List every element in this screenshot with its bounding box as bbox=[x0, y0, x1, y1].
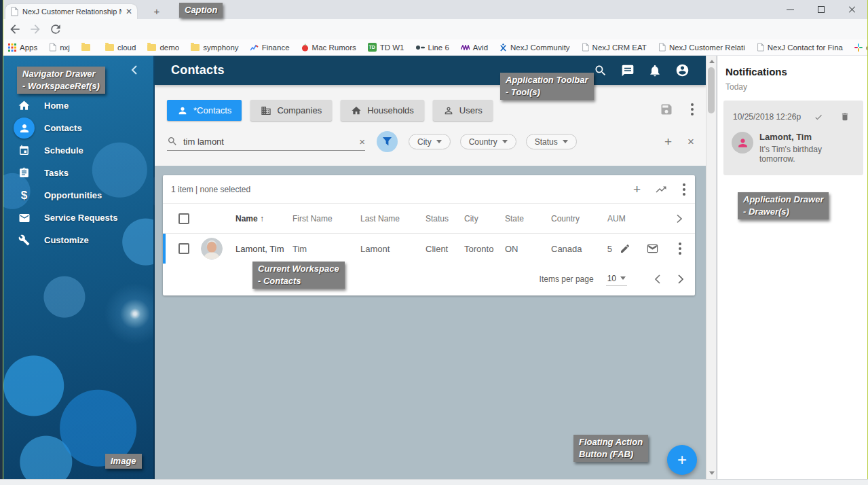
browser-tab[interactable]: NexJ Customer Relationship Man ✕ bbox=[5, 4, 137, 19]
notification-contact-name[interactable]: Lamont, Tim bbox=[759, 132, 856, 142]
notifications-bell-icon[interactable] bbox=[648, 64, 662, 77]
mark-read-check-icon[interactable] bbox=[813, 113, 824, 122]
workspace-overflow-icon[interactable] bbox=[690, 102, 695, 117]
add-filter-icon[interactable]: + bbox=[664, 135, 672, 148]
annotation-fab: Floating Action Button (FAB) bbox=[573, 435, 648, 462]
bookmark-nexj-community[interactable]: NexJ Community bbox=[499, 43, 570, 52]
column-status[interactable]: Status bbox=[426, 214, 449, 223]
row-overflow-icon[interactable] bbox=[677, 241, 683, 256]
bookmark-finance[interactable]: Finance bbox=[250, 43, 290, 52]
bookmark-nexj-customer[interactable]: NexJ Customer Relati bbox=[658, 43, 745, 52]
bookmark-folder-1[interactable] bbox=[81, 44, 94, 51]
select-all-checkbox[interactable] bbox=[178, 213, 189, 224]
column-state[interactable]: State bbox=[505, 214, 524, 223]
nav-item-schedule[interactable]: Schedule bbox=[0, 139, 153, 162]
search-field[interactable]: × bbox=[167, 132, 365, 151]
bookmark-nexj-contact[interactable]: NexJ Contact for Fina bbox=[757, 43, 843, 52]
page-icon bbox=[49, 43, 56, 52]
more-columns-chevron-icon[interactable] bbox=[677, 214, 682, 223]
search-icon bbox=[167, 136, 178, 147]
user-outline-icon bbox=[443, 105, 454, 116]
page-icon bbox=[757, 43, 764, 52]
page-size-select[interactable]: 10 bbox=[606, 272, 627, 286]
notification-body: Lamont, Tim It's Tim's birthday tomorrow… bbox=[723, 122, 863, 164]
column-last-name[interactable]: Last Name bbox=[360, 214, 400, 223]
bookmark-line6[interactable]: Line 6 bbox=[416, 43, 449, 52]
minimize-button[interactable] bbox=[774, 0, 806, 19]
bookmark-mac-rumors[interactable]: Mac Rumors bbox=[301, 43, 356, 52]
finance-icon bbox=[250, 43, 259, 52]
search-icon[interactable] bbox=[594, 64, 607, 77]
previous-page-icon[interactable] bbox=[654, 274, 660, 284]
tab-contacts[interactable]: *Contacts bbox=[167, 100, 242, 121]
collapse-drawer-icon[interactable] bbox=[131, 65, 137, 75]
account-icon[interactable] bbox=[675, 63, 690, 77]
sort-asc-icon: ↑ bbox=[260, 214, 264, 223]
email-icon[interactable] bbox=[647, 243, 658, 255]
remove-filter-icon[interactable]: × bbox=[687, 136, 694, 147]
column-city[interactable]: City bbox=[464, 214, 478, 223]
nav-item-tasks[interactable]: Tasks bbox=[0, 162, 153, 184]
company-icon bbox=[261, 105, 271, 116]
add-contact-icon[interactable]: + bbox=[633, 183, 641, 196]
chevron-down-icon bbox=[502, 140, 508, 143]
column-first-name[interactable]: First Name bbox=[293, 214, 333, 223]
bookmark-avid[interactable]: Avid bbox=[461, 43, 488, 52]
bookmark-nxj[interactable]: nxj bbox=[49, 43, 70, 52]
scroll-up-arrow[interactable] bbox=[709, 60, 715, 63]
close-button[interactable] bbox=[837, 0, 868, 19]
new-tab-button[interactable]: + bbox=[148, 5, 166, 17]
home-icon bbox=[351, 105, 362, 116]
bookmark-td[interactable]: TD TD W1 bbox=[368, 43, 404, 52]
bookmark-symphony[interactable]: symphony bbox=[191, 43, 238, 52]
column-country[interactable]: Country bbox=[551, 214, 580, 223]
nav-item-opportunities[interactable]: Opportunities bbox=[0, 184, 153, 206]
chat-icon[interactable] bbox=[621, 64, 635, 77]
grid-overflow-icon[interactable] bbox=[681, 182, 687, 197]
bookmark-slack[interactable]: edshaw | NexJ Slack bbox=[854, 43, 868, 52]
tab-close-icon[interactable]: ✕ bbox=[126, 7, 132, 16]
chip-country[interactable]: Country bbox=[460, 134, 516, 149]
bookmark-cloud[interactable]: cloud bbox=[105, 43, 136, 52]
filter-funnel-button[interactable] bbox=[377, 131, 398, 152]
scroll-down-arrow[interactable] bbox=[709, 471, 715, 475]
folder-icon bbox=[147, 44, 156, 51]
nav-item-home[interactable]: Home bbox=[0, 94, 153, 117]
notification-header: 10/25/2018 12:26p bbox=[723, 101, 863, 122]
edit-pencil-icon[interactable] bbox=[620, 243, 630, 254]
column-aum[interactable]: AUM bbox=[607, 214, 626, 223]
delete-trash-icon[interactable] bbox=[840, 111, 850, 122]
refresh-icon[interactable] bbox=[49, 22, 62, 36]
save-icon[interactable] bbox=[660, 103, 673, 116]
forward-icon[interactable] bbox=[29, 22, 42, 36]
person-icon bbox=[14, 118, 35, 139]
column-name[interactable]: Name ↑ bbox=[235, 214, 264, 223]
nav-item-contacts[interactable]: Contacts bbox=[0, 117, 153, 139]
chip-status[interactable]: Status bbox=[526, 134, 577, 149]
maximize-button[interactable] bbox=[806, 0, 837, 19]
chevron-down-icon bbox=[563, 140, 568, 143]
clear-search-icon[interactable]: × bbox=[359, 136, 365, 147]
bookmark-demo[interactable]: demo bbox=[147, 43, 179, 52]
floating-action-button[interactable]: + bbox=[667, 445, 697, 475]
navigator-drawer: Home Contacts Schedule Tasks Opportuniti… bbox=[0, 56, 155, 479]
bookmark-nexj-crm-eat[interactable]: NexJ CRM EAT bbox=[582, 43, 647, 52]
next-page-icon[interactable] bbox=[678, 274, 684, 284]
chip-city[interactable]: City bbox=[409, 134, 451, 149]
tab-users[interactable]: Users bbox=[433, 100, 493, 121]
tab-households[interactable]: Households bbox=[341, 100, 424, 121]
nav-item-service-requests[interactable]: Service Requests bbox=[0, 206, 153, 229]
annotation-application-toolbar: Application Toolbar - Tool(s) bbox=[500, 73, 594, 100]
back-icon[interactable] bbox=[8, 22, 22, 36]
nav-item-customize[interactable]: Customize bbox=[0, 229, 153, 251]
row-checkbox[interactable] bbox=[178, 243, 189, 254]
tab-companies[interactable]: Companies bbox=[250, 100, 332, 121]
scrollbar-thumb[interactable] bbox=[708, 67, 715, 113]
search-input[interactable] bbox=[183, 137, 354, 147]
notification-card[interactable]: 10/25/2018 12:26p Lamont, Tim It's Tim's… bbox=[723, 101, 863, 175]
bookmark-apps[interactable]: Apps bbox=[8, 43, 37, 52]
main-scrollbar[interactable] bbox=[706, 56, 716, 479]
cell-name[interactable]: Lamont, Tim bbox=[235, 244, 284, 254]
trending-up-icon[interactable] bbox=[655, 183, 667, 196]
contact-row[interactable]: Lamont, Tim Tim Lamont Client Toronto ON… bbox=[163, 234, 695, 264]
